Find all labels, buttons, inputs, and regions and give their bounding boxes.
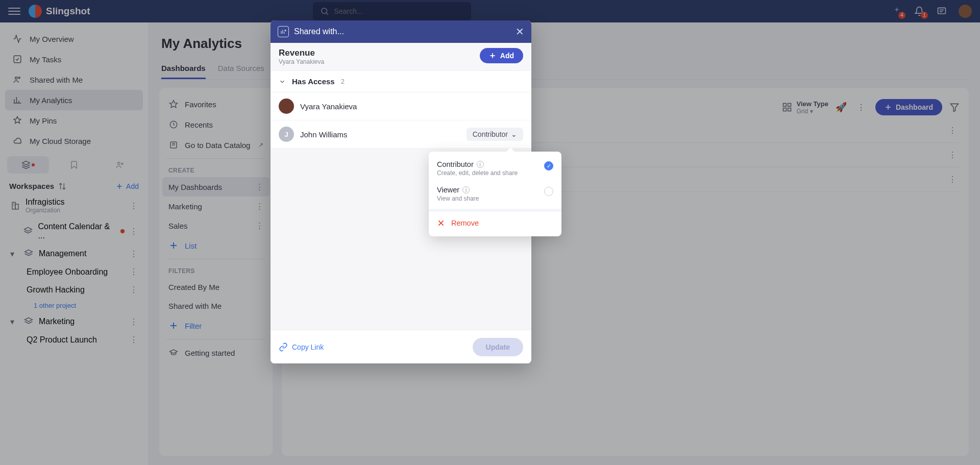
close-icon[interactable]: ✕ <box>516 26 524 38</box>
add-member-button[interactable]: Add <box>480 48 523 63</box>
avatar: J <box>279 127 294 142</box>
copy-link-button[interactable]: Copy Link <box>279 342 324 352</box>
role-popover: Contributor i Create, edit, delete and s… <box>429 152 561 236</box>
svg-point-43 <box>285 30 286 31</box>
member-row: J John Williams Contributor ⌄ <box>271 120 531 149</box>
remove-access-button[interactable]: Remove <box>429 214 561 232</box>
btn-label: Add <box>500 52 514 60</box>
dashboard-icon <box>278 26 289 37</box>
share-item-owner: Vyara Yanakieva <box>279 58 324 65</box>
member-name: Vyara Yanakieva <box>300 102 357 111</box>
avatar <box>279 99 294 114</box>
role-sub: Create, edit, delete and share <box>437 169 539 177</box>
role-option-viewer[interactable]: Viewer i View and share <box>429 181 561 207</box>
role-label: Contributor <box>473 130 508 138</box>
chevron-down-icon <box>279 78 286 85</box>
access-count: 2 <box>341 78 345 85</box>
info-icon[interactable]: i <box>477 161 484 168</box>
access-header[interactable]: Has Access 2 <box>271 71 531 92</box>
update-button[interactable]: Update <box>473 338 523 356</box>
access-title: Has Access <box>292 77 335 86</box>
modal-title: Shared with... <box>294 27 344 36</box>
role-option-contributor[interactable]: Contributor i Create, edit, delete and s… <box>429 156 561 181</box>
role-title: Contributor <box>437 160 474 168</box>
info-icon[interactable]: i <box>462 186 470 193</box>
role-sub: View and share <box>437 195 539 202</box>
member-name: John Williams <box>300 130 348 139</box>
role-dropdown[interactable]: Contributor ⌄ <box>467 128 523 141</box>
role-title: Viewer <box>437 186 459 194</box>
member-row: Vyara Yanakieva <box>271 92 531 120</box>
check-icon: ✓ <box>544 161 553 170</box>
share-item-title: Revenue <box>279 48 324 58</box>
link-label: Copy Link <box>292 343 324 351</box>
chevron-down-icon: ⌄ <box>511 130 517 138</box>
remove-label: Remove <box>451 219 479 227</box>
radio-icon <box>544 187 553 196</box>
